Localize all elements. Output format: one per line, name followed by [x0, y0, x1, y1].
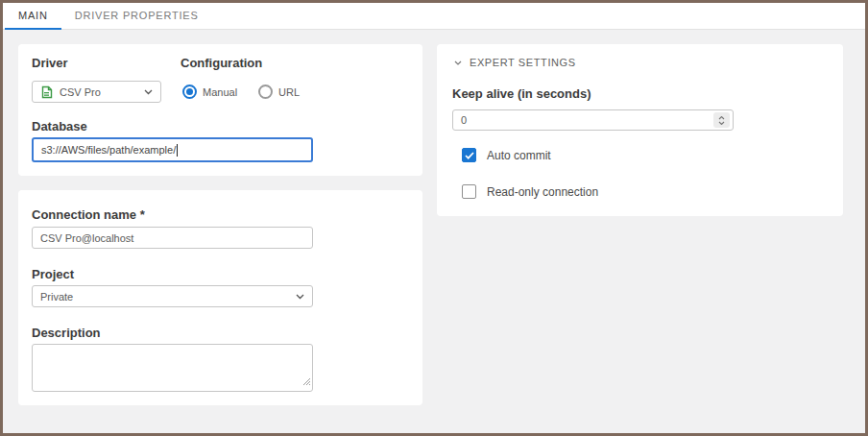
configuration-radio-group: Manual URL — [182, 85, 300, 99]
project-select[interactable]: Private — [32, 285, 313, 307]
description-textarea-wrap — [32, 344, 313, 392]
keep-alive-value: 0 — [461, 114, 467, 126]
radio-url[interactable]: URL — [258, 85, 300, 99]
connection-settings-window: MAIN DRIVER PROPERTIES Driver CSV Pro Co… — [0, 0, 868, 436]
description-label: Description — [32, 326, 101, 340]
number-spinner[interactable] — [713, 112, 730, 128]
auto-commit-label: Auto commit — [487, 149, 551, 162]
radio-unselected-icon — [258, 85, 273, 99]
expert-settings-card: EXPERT SETTINGS Keep alive (in seconds) … — [437, 44, 843, 216]
checkbox-unchecked-icon — [462, 184, 476, 199]
project-select-value: Private — [40, 291, 73, 303]
csv-file-icon — [40, 85, 53, 99]
description-textarea[interactable] — [33, 345, 312, 391]
radio-selected-icon — [182, 85, 197, 99]
radio-manual-label: Manual — [203, 86, 237, 98]
driver-card: Driver CSV Pro Configuration Manual — [18, 44, 422, 176]
radio-manual[interactable]: Manual — [182, 85, 237, 99]
chevron-down-icon — [454, 61, 462, 65]
read-only-checkbox-row[interactable]: Read-only connection — [462, 184, 598, 199]
keep-alive-label: Keep alive (in seconds) — [452, 86, 591, 101]
read-only-label: Read-only connection — [487, 185, 598, 199]
chevron-down-icon — [144, 89, 153, 95]
tab-main[interactable]: MAIN — [5, 3, 61, 30]
configuration-label: Configuration — [181, 56, 262, 70]
driver-label: Driver — [32, 56, 68, 70]
database-label: Database — [32, 119, 87, 133]
database-input-value: s3://AWS/files/path/example/ — [41, 144, 176, 156]
driver-select-value: CSV Pro — [60, 86, 101, 98]
chevron-down-icon — [296, 294, 304, 300]
text-cursor — [177, 144, 178, 157]
connection-name-input[interactable] — [32, 227, 313, 249]
tab-driver-properties[interactable]: DRIVER PROPERTIES — [61, 3, 212, 30]
connection-name-label: Connection name * — [32, 207, 145, 222]
keep-alive-input[interactable]: 0 — [452, 109, 734, 131]
database-input[interactable]: s3://AWS/files/path/example/ — [32, 137, 313, 162]
project-label: Project — [32, 267, 74, 281]
auto-commit-checkbox-row[interactable]: Auto commit — [462, 148, 551, 162]
tab-bar: MAIN DRIVER PROPERTIES — [3, 3, 865, 30]
expert-settings-title: EXPERT SETTINGS — [470, 57, 576, 68]
expert-settings-toggle[interactable]: EXPERT SETTINGS — [454, 57, 576, 68]
driver-select[interactable]: CSV Pro — [32, 81, 161, 103]
checkbox-checked-icon — [462, 148, 476, 162]
radio-url-label: URL — [278, 86, 300, 98]
connection-card: Connection name * Project Private Descri… — [18, 190, 422, 405]
